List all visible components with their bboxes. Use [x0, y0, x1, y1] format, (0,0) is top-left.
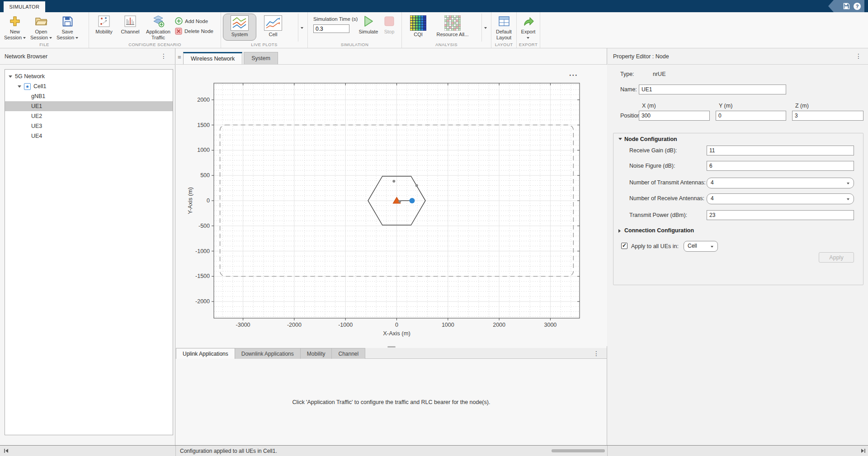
simulate-button[interactable]: Simulate — [357, 14, 380, 35]
property-editor-menu-icon[interactable]: ⋮ — [855, 52, 862, 60]
expand-caret-icon[interactable] — [18, 85, 21, 89]
node-configuration-header[interactable]: Node Configuration — [618, 136, 677, 142]
system-plot-icon — [231, 15, 249, 31]
name-input[interactable] — [639, 85, 786, 94]
delete-node-button[interactable]: Delete Node — [175, 28, 213, 35]
tree-item-gnb1[interactable]: gNB1 — [5, 91, 173, 101]
receive-gain-input[interactable] — [707, 146, 854, 155]
canvas-panel: ≡ Wireless NetworkSystem ••• -3000-2000-… — [176, 48, 607, 445]
apply-all-checkbox[interactable]: ✓ — [621, 243, 627, 249]
new-session-icon — [9, 14, 21, 28]
tree-item-label: UE2 — [31, 113, 42, 119]
network-browser-title: Network Browser — [5, 53, 47, 60]
simulation-time-label: Simulation Time (s) — [313, 16, 357, 22]
tab-overflow-icon[interactable]: ≡ — [178, 54, 181, 61]
tab-mobility[interactable]: Mobility — [301, 348, 332, 359]
simulation-time-input[interactable] — [313, 24, 349, 33]
transmit-power-label: Transmit Power (dBm): — [629, 212, 687, 218]
save-session-icon — [62, 14, 73, 28]
collapse-right-icon[interactable] — [861, 448, 866, 453]
noise-figure-label: Noise Figure (dB): — [629, 163, 675, 169]
tab-downlink-applications[interactable]: Downlink Applications — [235, 348, 301, 359]
tab-channel[interactable]: Channel — [332, 348, 365, 359]
tree-item-label: Cell1 — [33, 83, 47, 89]
collapse-caret-icon — [618, 138, 622, 142]
num-transmit-antennas-value: 4 — [711, 179, 714, 186]
cell-plot-button[interactable]: Cell — [256, 14, 290, 41]
tree-item-ue1[interactable]: UE1 — [5, 101, 173, 111]
analysis-gallery-caret[interactable] — [481, 14, 489, 42]
svg-text:500: 500 — [200, 172, 210, 179]
stop-button[interactable]: Stop — [380, 14, 398, 35]
tree-item-ue4[interactable]: UE4 — [5, 131, 173, 141]
tab-system[interactable]: System — [244, 52, 278, 64]
tree-item-ue2[interactable]: UE2 — [5, 111, 173, 121]
save-session-button[interactable]: Save Session — [54, 14, 80, 40]
help-icon[interactable]: ? — [854, 3, 861, 10]
wireless-network-axes: -3000-2000-10000100020003000-2000-1500-1… — [176, 65, 607, 346]
mobility-icon — [98, 14, 110, 28]
mobility-button[interactable]: Mobility — [91, 14, 117, 35]
connection-configuration-header[interactable]: Connection Configuration — [618, 227, 694, 234]
apply-all-scope-select[interactable]: Cell — [684, 241, 718, 252]
tree-item-ue3[interactable]: UE3 — [5, 121, 173, 131]
new-session-button[interactable]: New Session — [2, 14, 28, 40]
apply-all-label: Apply to all UEs in: — [631, 243, 679, 249]
svg-text:2000: 2000 — [197, 97, 210, 103]
expand-caret-icon[interactable] — [9, 75, 12, 80]
status-message: Configuration applied to all UEs in Cell… — [180, 448, 277, 454]
open-session-button[interactable]: Open Session — [28, 14, 54, 40]
canvas-tabs: Wireless NetworkSystem — [183, 52, 279, 64]
section-label-simulation: SIMULATION — [308, 42, 401, 47]
network-browser-menu-icon[interactable]: ⋮ — [160, 52, 167, 60]
add-node-button[interactable]: Add Node — [175, 17, 213, 25]
num-receive-antennas-select[interactable]: 4 — [707, 193, 854, 204]
channel-button[interactable]: Channel — [117, 14, 143, 35]
tree-item-label: UE4 — [31, 133, 42, 139]
tab-uplink-applications[interactable]: Uplink Applications — [176, 348, 235, 359]
plot-options-icon[interactable]: ••• — [569, 73, 578, 78]
svg-text:3000: 3000 — [544, 322, 557, 328]
ribbon-section-configure-scenario: Mobility Channel Application Traffic — [89, 12, 221, 48]
tree-item-label: UE3 — [31, 123, 42, 129]
num-transmit-antennas-select[interactable]: 4 — [707, 178, 854, 188]
export-button[interactable]: Export — [518, 14, 539, 40]
field-row-receive-gain: Receive Gain (dB): — [608, 146, 868, 156]
live-plots-gallery-caret[interactable] — [298, 14, 306, 42]
ribbon-toolstrip: New Session Open Session Save Session FI… — [0, 12, 868, 48]
svg-text:-1000: -1000 — [338, 322, 353, 328]
transmit-power-input[interactable] — [707, 210, 854, 220]
select-caret-icon — [847, 198, 849, 202]
tree-item-5g-network[interactable]: 5G Network — [5, 71, 173, 81]
tree-item-label: UE1 — [31, 103, 42, 109]
collapse-left-icon[interactable] — [4, 448, 9, 453]
system-plot-button[interactable]: System — [223, 14, 256, 41]
svg-text:0: 0 — [395, 322, 398, 328]
tree-item-cell1[interactable]: ★Cell1 — [5, 81, 173, 91]
tab-wireless-network[interactable]: Wireless Network — [183, 52, 242, 64]
noise-figure-input[interactable] — [707, 161, 854, 171]
export-icon — [523, 14, 534, 28]
position-z-input[interactable] — [792, 111, 863, 121]
save-icon[interactable] — [843, 3, 850, 9]
default-layout-button[interactable]: Default Layout — [492, 14, 516, 40]
ribbon-section-analysis: CQI Resource All... ANALYSIS — [402, 12, 491, 48]
horizontal-scrollbar-thumb[interactable] — [552, 449, 605, 452]
type-label: Type: — [620, 71, 634, 77]
dropdown-caret — [527, 37, 529, 40]
cqi-button[interactable]: CQI — [404, 14, 433, 41]
position-x-input[interactable] — [639, 111, 710, 121]
tab-simulator[interactable]: SIMULATOR — [4, 1, 45, 12]
svg-text:1000: 1000 — [442, 322, 454, 328]
application-traffic-icon — [151, 14, 165, 28]
apply-button[interactable]: Apply — [819, 252, 854, 263]
property-editor-panel: Property Editor : Node ⋮ Type: nrUE Name… — [608, 48, 868, 445]
ribbon-section-export: Export EXPORT — [517, 12, 540, 48]
position-y-input[interactable] — [716, 111, 786, 121]
network-plot[interactable]: ••• -3000-2000-10000100020003000-2000-15… — [176, 65, 607, 346]
cell-star-icon: ★ — [24, 83, 31, 90]
application-traffic-button[interactable]: Application Traffic — [143, 14, 173, 40]
bottom-tabs-menu-icon[interactable]: ⋮ — [593, 348, 607, 358]
ribbon-section-file: New Session Open Session Save Session FI… — [0, 12, 89, 48]
resource-allocation-button[interactable]: Resource All... — [433, 14, 472, 41]
